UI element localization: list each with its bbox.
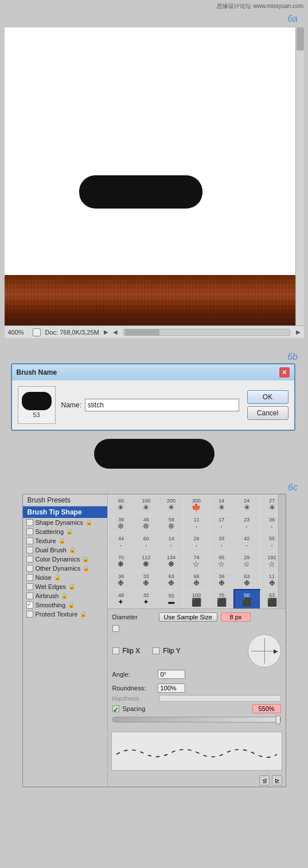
brush-cell[interactable]: 200✳ [159,496,184,514]
brush-stroke-top [79,175,202,209]
brush-cell[interactable]: 65✳ [109,496,134,514]
brush-cell[interactable]: 14✳ [209,496,234,514]
brush-cell[interactable]: 55▬ [159,590,184,608]
sidebar-item-scattering[interactable]: Scattering 🔒 [23,527,107,536]
sidebar-item-shape-dynamics[interactable]: Shape Dynamics 🔒 [23,518,107,527]
sidebar-item-airbrush[interactable]: Airbrush 🔒 [23,591,107,600]
airbrush-checkbox[interactable] [26,592,33,599]
status-icon[interactable] [33,328,41,336]
cancel-button[interactable]: Cancel [247,406,288,420]
hardness-slider[interactable] [159,695,281,702]
brush-cell[interactable]: 48✦ [109,590,134,608]
brush-cell[interactable]: 112❋ [134,552,158,571]
brush-cell[interactable]: 74☆ [184,552,209,571]
watermark-text: 思缘设计论坛 www.missyuan.com [217,3,303,9]
spacing-slider[interactable] [112,717,281,722]
spacing-checkbox[interactable]: ✓ [112,705,119,712]
wet-edges-checkbox[interactable] [26,583,33,590]
angle-widget[interactable]: ▶ [248,634,281,667]
brush-cell[interactable]: 29☆ [235,552,259,571]
scattering-label: Scattering [36,528,64,535]
brush-cell[interactable]: 33· [209,533,234,552]
brush-cell[interactable]: 300🍁 [184,496,209,514]
diameter-label: Diameter [112,614,155,620]
shape-dynamics-checkbox[interactable] [26,519,33,526]
brush-preview-number: 53 [33,411,40,418]
brush-cell[interactable]: 36❉ [109,571,134,590]
brush-cell[interactable]: 14· [159,533,184,552]
name-label: Name: [61,401,81,409]
brush-cell[interactable]: 26· [184,533,209,552]
brush-cell[interactable]: 46❊ [134,514,158,533]
scattering-checkbox[interactable] [26,528,33,535]
brush-cell[interactable]: 23· [235,514,259,533]
brush-cell-selected[interactable]: 50⬛ [235,590,259,608]
brush-cell[interactable]: 63❉ [159,571,184,590]
sidebar-tip-shape[interactable]: Brush Tip Shape [23,506,107,518]
flip-x-checkbox[interactable] [112,647,119,654]
diameter-checkbox[interactable] [112,625,119,632]
panel-icon-btn-1[interactable]: ⊴ [259,775,270,785]
noise-label: Noise [36,574,52,581]
scattering-lock-icon: 🔒 [66,528,72,535]
roundness-input[interactable] [158,684,185,693]
smoothing-lock-icon: 🔒 [68,602,73,608]
panel-icon-btn-2[interactable]: ⊵ [272,775,282,785]
sidebar-item-color-dynamics[interactable]: Color Dynamics 🔒 [23,555,107,564]
brush-cell[interactable]: 39❉ [209,571,234,590]
use-sample-size-button[interactable]: Use Sample Size [159,612,217,622]
sidebar-item-protect-texture[interactable]: Protect Texture 🔒 [23,610,107,619]
brush-cell[interactable]: 17· [209,514,234,533]
brush-cell[interactable]: 134❋ [159,552,184,571]
sidebar-item-smoothing[interactable]: Smoothing 🔒 [23,600,107,610]
color-dynamics-checkbox[interactable] [26,556,33,563]
brush-cell[interactable]: 63❉ [235,571,259,590]
brush-cell[interactable]: 44· [109,533,134,552]
sidebar-item-other-dynamics[interactable]: Other Dynamics 🔒 [23,564,107,573]
brush-cell[interactable]: 60· [134,533,158,552]
brush-name-input[interactable] [85,399,239,411]
sidebar-item-noise[interactable]: Noise 🔒 [23,573,107,582]
sidebar-item-dual-brush[interactable]: Dual Brush 🔒 [23,545,107,555]
flip-y-checkbox[interactable] [153,647,159,654]
diameter-value[interactable]: 8 px [221,612,251,622]
other-dynamics-checkbox[interactable] [26,565,33,572]
brush-cell[interactable]: 24✳ [235,496,259,514]
noise-checkbox[interactable] [26,574,33,581]
status-arrow[interactable]: ▶ [104,329,108,335]
brush-cell[interactable]: 42· [235,533,259,552]
brush-cell[interactable]: 32✦ [134,590,158,608]
dual-brush-checkbox[interactable] [26,547,33,553]
smoothing-checkbox[interactable] [26,602,33,608]
protect-texture-checkbox[interactable] [26,611,33,618]
h-scrollbar[interactable] [123,329,290,336]
sidebar-presets-header[interactable]: Brush Presets [23,494,107,506]
brush-cell[interactable]: 39❊ [109,514,134,533]
scroll-thumb[interactable] [297,28,304,50]
brush-cell[interactable]: 59❊ [159,514,184,533]
brush-cell[interactable]: 75⬛ [209,590,234,608]
brush-cell[interactable]: 66❉ [184,571,209,590]
status-arrow-left[interactable]: ◀ [113,329,118,335]
brush-cell[interactable]: 70❋ [109,552,134,571]
dialog-close-button[interactable]: ✕ [279,367,290,378]
h-scrollbar-thumb[interactable] [125,329,159,335]
brush-cell[interactable]: 100⬛ [184,590,209,608]
spacing-slider-thumb[interactable] [276,716,280,724]
other-dynamics-label: Other Dynamics [36,565,81,572]
brush-cell[interactable]: 95☆ [209,552,234,571]
brush-cell[interactable]: 33❉ [134,571,158,590]
sidebar-item-wet-edges[interactable]: Wet Edges 🔒 [23,582,107,591]
texture-checkbox[interactable] [26,537,33,544]
canvas-area[interactable] [5,28,304,325]
sidebar-item-texture[interactable]: Texture 🔒 [23,536,107,545]
ok-button[interactable]: OK [247,390,288,404]
canvas-scrollbar[interactable] [295,28,304,325]
brush-grid-scrollbar[interactable] [278,494,286,608]
status-right-arrow[interactable]: ▶ [296,329,301,335]
spacing-value[interactable]: 550% [252,704,281,713]
angle-input[interactable] [158,670,185,679]
brush-cell[interactable]: 100✳ [134,496,158,514]
hardness-label: Hardness [112,695,155,702]
brush-cell[interactable]: 11· [184,514,209,533]
